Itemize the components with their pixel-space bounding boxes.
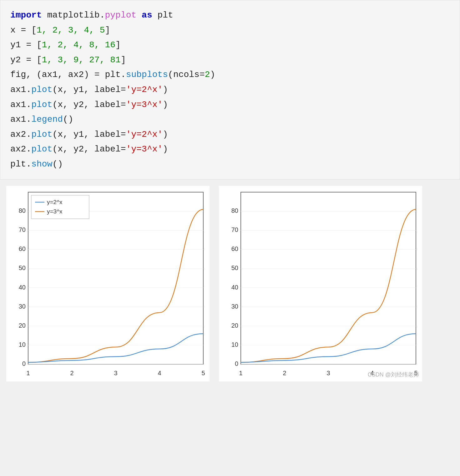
- code-line-line3: y1 = [1, 2, 4, 8, 16]: [10, 38, 450, 53]
- svg-text:50: 50: [231, 264, 238, 271]
- svg-text:2: 2: [70, 370, 73, 376]
- code-line-line11: plt.show(): [10, 157, 450, 172]
- svg-text:30: 30: [231, 303, 238, 310]
- svg-text:40: 40: [19, 284, 26, 290]
- code-line-line7: ax1.plot(x, y2, label='y=3^x'): [10, 97, 450, 112]
- svg-text:1: 1: [26, 370, 30, 376]
- svg-text:40: 40: [231, 284, 238, 290]
- code-line-line1: import matplotlib.pyplot as plt: [10, 8, 450, 23]
- svg-text:80: 80: [231, 207, 238, 214]
- chart-1: 0102030405060708012345y=2^xy=3^x: [6, 186, 210, 381]
- svg-text:y=2^x: y=2^x: [47, 199, 63, 205]
- chart-1-svg: 0102030405060708012345y=2^xy=3^x: [6, 186, 210, 380]
- svg-rect-30: [219, 186, 422, 380]
- svg-text:60: 60: [19, 245, 26, 252]
- svg-text:70: 70: [19, 226, 26, 233]
- code-line-line5: fig, (ax1, ax2) = plt.subplots(ncols=2): [10, 67, 450, 82]
- svg-text:4: 4: [158, 370, 161, 376]
- svg-text:30: 30: [19, 303, 26, 310]
- svg-text:0: 0: [235, 360, 238, 367]
- code-block: import matplotlib.pyplot as pltx = [1, 2…: [0, 0, 460, 180]
- svg-text:5: 5: [201, 370, 205, 376]
- svg-text:3: 3: [326, 370, 330, 376]
- svg-text:60: 60: [231, 245, 238, 252]
- chart-2: 0102030405060708012345 CSDN @刘经纬老师: [219, 186, 422, 381]
- code-line-line8: ax1.legend(): [10, 112, 450, 127]
- code-line-line4: y2 = [1, 3, 9, 27, 81]: [10, 53, 450, 68]
- code-line-line6: ax1.plot(x, y1, label='y=2^x'): [10, 82, 450, 97]
- svg-text:1: 1: [239, 370, 242, 376]
- svg-text:10: 10: [231, 341, 238, 348]
- svg-text:0: 0: [22, 360, 26, 367]
- svg-text:50: 50: [19, 264, 26, 271]
- charts-area: 0102030405060708012345y=2^xy=3^x 0102030…: [0, 180, 460, 388]
- code-line-line10: ax2.plot(x, y2, label='y=3^x'): [10, 142, 450, 157]
- svg-text:2: 2: [283, 370, 286, 376]
- code-line-line2: x = [1, 2, 3, 4, 5]: [10, 23, 450, 38]
- svg-text:3: 3: [114, 370, 117, 376]
- svg-text:y=3^x: y=3^x: [47, 208, 63, 215]
- watermark: CSDN @刘经纬老师: [368, 371, 419, 378]
- svg-text:20: 20: [19, 322, 26, 329]
- svg-text:10: 10: [19, 341, 26, 348]
- svg-text:20: 20: [231, 322, 238, 329]
- chart-2-svg: 0102030405060708012345: [219, 186, 422, 380]
- svg-text:80: 80: [19, 207, 26, 214]
- code-line-line9: ax2.plot(x, y1, label='y=2^x'): [10, 127, 450, 142]
- svg-text:70: 70: [231, 226, 238, 233]
